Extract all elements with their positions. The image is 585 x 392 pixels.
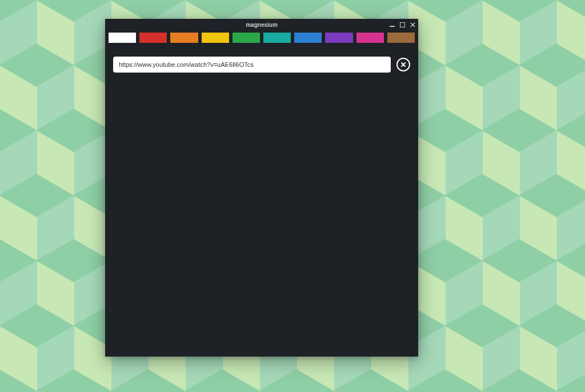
color-tab-brown[interactable]: [387, 33, 415, 43]
content-area: [105, 46, 418, 357]
window-controls: [388, 21, 416, 28]
svg-rect-0: [390, 26, 395, 27]
color-tab-yellow[interactable]: [202, 33, 229, 43]
maximize-button[interactable]: [399, 21, 406, 28]
close-button[interactable]: [409, 21, 416, 28]
color-tab-orange[interactable]: [170, 33, 198, 43]
window-title: magnesium: [246, 22, 278, 28]
svg-rect-1: [400, 22, 404, 27]
color-tab-teal[interactable]: [263, 33, 291, 43]
color-tab-purple[interactable]: [325, 33, 352, 43]
app-window: magnesium: [105, 19, 418, 357]
url-input[interactable]: [113, 57, 391, 73]
close-icon: [400, 62, 406, 67]
color-tab-blue[interactable]: [294, 33, 322, 43]
color-tab-red[interactable]: [139, 33, 167, 43]
clear-url-button[interactable]: [396, 58, 410, 71]
color-tab-bar: [105, 30, 418, 46]
url-row: [113, 57, 410, 73]
minimize-button[interactable]: [388, 21, 395, 28]
color-tab-magenta[interactable]: [356, 33, 384, 43]
color-tab-white[interactable]: [109, 33, 136, 43]
title-bar[interactable]: magnesium: [105, 19, 418, 30]
color-tab-green[interactable]: [233, 33, 260, 43]
